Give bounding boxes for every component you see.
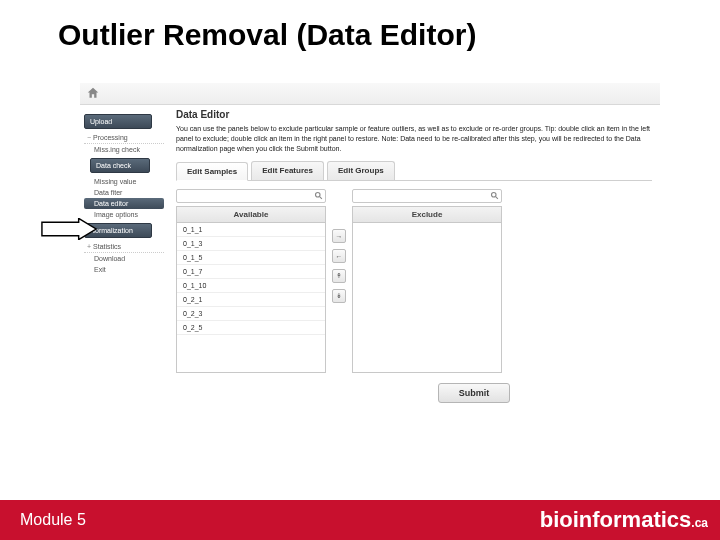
footer-brand-text: bioinformatics bbox=[540, 507, 692, 532]
footer-tld: .ca bbox=[691, 516, 708, 530]
nav-item-download[interactable]: Download bbox=[84, 253, 164, 264]
nav-datacheck-button[interactable]: Data check bbox=[90, 158, 150, 173]
nav-item-datafiter[interactable]: Data fiter bbox=[84, 187, 164, 198]
app-window: Upload Processing Miss.ing check Data ch… bbox=[80, 83, 660, 453]
panel-title: Data Editor bbox=[176, 109, 652, 120]
move-bottom-button[interactable]: ↡ bbox=[332, 289, 346, 303]
list-item[interactable]: 0_1_7 bbox=[177, 265, 325, 279]
svg-line-3 bbox=[496, 197, 498, 199]
move-top-button[interactable]: ↟ bbox=[332, 269, 346, 283]
sidebar: Upload Processing Miss.ing check Data ch… bbox=[80, 105, 168, 453]
submit-button[interactable]: Submit bbox=[438, 383, 511, 403]
nav-item-dataeditor[interactable]: Data editor bbox=[84, 198, 164, 209]
nav-item-missingvalue[interactable]: Missing value bbox=[84, 176, 164, 187]
tab-edit-groups[interactable]: Edit Groups bbox=[327, 161, 395, 180]
app-topbar bbox=[80, 83, 660, 105]
svg-line-1 bbox=[320, 197, 322, 199]
home-icon[interactable] bbox=[86, 86, 100, 100]
panel-instructions: You can use the panels below to exclude … bbox=[176, 124, 652, 153]
nav-processing-header[interactable]: Processing bbox=[84, 132, 164, 144]
nav-upload-button[interactable]: Upload bbox=[84, 114, 152, 129]
footer-module: Module 5 bbox=[20, 511, 86, 529]
nav-item-exit[interactable]: Exit bbox=[84, 264, 164, 275]
nav-item-missingcheck[interactable]: Miss.ing check bbox=[84, 144, 164, 155]
transfer-buttons: → ← ↟ ↡ bbox=[332, 189, 346, 303]
svg-point-0 bbox=[316, 193, 321, 198]
exclude-column: Exclude bbox=[352, 189, 502, 373]
list-item[interactable]: 0_2_3 bbox=[177, 307, 325, 321]
list-item[interactable]: 0_1_3 bbox=[177, 237, 325, 251]
tab-edit-features[interactable]: Edit Features bbox=[251, 161, 324, 180]
search-icon bbox=[314, 191, 323, 200]
callout-arrow-icon bbox=[40, 218, 98, 244]
list-item[interactable]: 0_2_1 bbox=[177, 293, 325, 307]
exclude-listbox[interactable] bbox=[352, 223, 502, 373]
svg-point-2 bbox=[492, 193, 497, 198]
tab-edit-samples[interactable]: Edit Samples bbox=[176, 162, 248, 181]
main-panel: Data Editor You can use the panels below… bbox=[168, 105, 660, 453]
footer-brand: bioinformatics.ca bbox=[540, 507, 708, 533]
available-column: Available 0_1_1 0_1_3 0_1_5 0_1_7 0_1_10… bbox=[176, 189, 326, 373]
available-search-input[interactable] bbox=[176, 189, 326, 203]
move-right-button[interactable]: → bbox=[332, 229, 346, 243]
list-item[interactable]: 0_1_5 bbox=[177, 251, 325, 265]
exclude-header: Exclude bbox=[352, 206, 502, 223]
page-title: Outlier Removal (Data Editor) bbox=[0, 0, 720, 60]
list-item[interactable]: 0_1_10 bbox=[177, 279, 325, 293]
available-header: Available bbox=[176, 206, 326, 223]
svg-marker-4 bbox=[42, 218, 96, 239]
search-icon bbox=[490, 191, 499, 200]
list-item[interactable]: 0_1_1 bbox=[177, 223, 325, 237]
move-left-button[interactable]: ← bbox=[332, 249, 346, 263]
available-listbox[interactable]: 0_1_1 0_1_3 0_1_5 0_1_7 0_1_10 0_2_1 0_2… bbox=[176, 223, 326, 373]
exclude-search-input[interactable] bbox=[352, 189, 502, 203]
tabs: Edit Samples Edit Features Edit Groups bbox=[176, 161, 652, 181]
list-item[interactable]: 0_2_5 bbox=[177, 321, 325, 335]
footer-bar: Module 5 bioinformatics.ca bbox=[0, 500, 720, 540]
